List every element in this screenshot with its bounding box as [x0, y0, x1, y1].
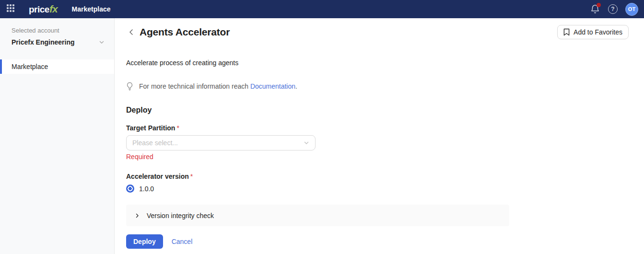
pricefx-logo[interactable]: price fx [29, 3, 58, 15]
info-text-body: For more technical information reach [139, 82, 248, 90]
account-label: Selected account [12, 27, 105, 34]
accelerator-description: Accelerate process of creating agents [126, 59, 629, 67]
info-text-suffix: . [295, 82, 297, 90]
main-content: Agents Accelerator Add to Favorites Acce… [115, 18, 644, 254]
chevron-right-icon [134, 213, 140, 219]
account-block: Selected account Pricefx Engineering [0, 27, 114, 46]
form-actions: Deploy Cancel [126, 234, 629, 249]
version-integrity-check-panel[interactable]: Version integrity check [126, 205, 509, 226]
page-title: Agents Accelerator [140, 26, 230, 38]
help-glyph: ? [611, 6, 614, 12]
info-row: For more technical information reach Doc… [126, 82, 629, 91]
sidebar-item-marketplace[interactable]: Marketplace [0, 59, 114, 74]
cancel-button[interactable]: Cancel [172, 238, 193, 245]
lightbulb-icon [126, 82, 133, 91]
accelerator-version-label: Accelerator version* [126, 173, 629, 180]
help-icon[interactable]: ? [608, 4, 618, 14]
add-to-favorites-label: Add to Favorites [574, 28, 622, 36]
add-to-favorites-button[interactable]: Add to Favorites [557, 25, 629, 39]
deploy-section-title: Deploy [126, 106, 629, 115]
required-asterisk: * [190, 173, 193, 180]
chevron-down-icon [99, 39, 105, 45]
notifications-bell-icon[interactable] [590, 4, 600, 14]
chevron-down-icon [304, 140, 309, 146]
radio-selected-icon[interactable] [126, 185, 134, 193]
nav-app-title: Marketplace [72, 5, 111, 13]
user-avatar[interactable]: OT [625, 3, 638, 16]
logo-text-fx: fx [49, 3, 58, 15]
bookmark-icon [563, 28, 570, 36]
target-partition-label-text: Target Partition [126, 124, 175, 132]
version-radio-option[interactable]: 1.0.0 [126, 185, 629, 193]
target-partition-label: Target Partition* [126, 124, 629, 132]
logo-text-price: price [29, 4, 49, 15]
account-name: Pricefx Engineering [12, 38, 74, 46]
top-navbar: price fx Marketplace ? OT [0, 0, 644, 18]
documentation-link[interactable]: Documentation [250, 82, 295, 90]
select-placeholder: Please select... [132, 139, 304, 147]
sidebar: Selected account Pricefx Engineering Mar… [0, 18, 115, 254]
target-partition-select[interactable]: Please select... [126, 135, 316, 150]
required-error-text: Required [126, 153, 629, 161]
notification-badge [597, 3, 601, 7]
version-radio-label: 1.0.0 [139, 185, 154, 193]
deploy-button[interactable]: Deploy [126, 234, 163, 249]
page-header: Agents Accelerator Add to Favorites [126, 25, 629, 39]
info-text: For more technical information reach Doc… [139, 82, 297, 90]
app-launcher-icon[interactable] [7, 4, 16, 14]
navbar-right: ? OT [590, 3, 639, 16]
integrity-panel-label: Version integrity check [147, 212, 214, 219]
back-arrow-icon[interactable] [126, 27, 137, 37]
account-selector[interactable]: Pricefx Engineering [12, 38, 105, 46]
sidebar-item-label: Marketplace [12, 63, 48, 70]
avatar-initials: OT [628, 6, 635, 12]
required-asterisk: * [176, 124, 179, 132]
accelerator-version-label-text: Accelerator version [126, 173, 189, 180]
sidebar-items: Marketplace [0, 59, 114, 74]
